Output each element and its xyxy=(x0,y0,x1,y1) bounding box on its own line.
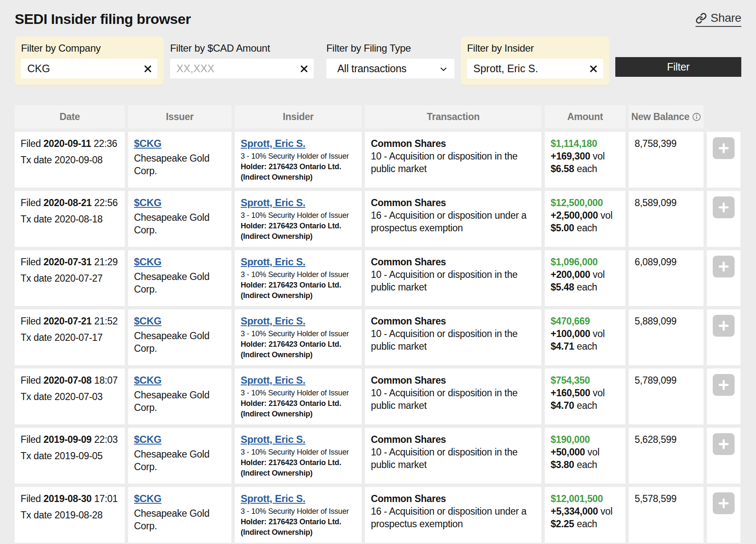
insider-name-link[interactable]: Sprott, Eric S. xyxy=(241,434,305,445)
tx-date-line: Tx date 2020-08-18 xyxy=(21,213,119,225)
tx-date-line: Tx date 2020-07-03 xyxy=(21,390,119,403)
date-cell: Filed 2020-08-21 22:56 Tx date 2020-08-1… xyxy=(15,191,125,247)
table-header-row: Date Issuer Insider Transaction Amount N… xyxy=(15,105,740,128)
clear-amount-filter-button[interactable] xyxy=(297,62,311,76)
issuer-name: Chesapeake Gold Corp. xyxy=(134,330,226,355)
company-filter-input[interactable] xyxy=(21,59,158,78)
amount-total: $470,669 xyxy=(551,315,620,327)
insider-name-link[interactable]: Sprott, Eric S. xyxy=(241,138,305,149)
actions-cell xyxy=(707,250,740,306)
transaction-type: 16 - Acquisition or disposition under a … xyxy=(371,505,536,530)
expand-row-button[interactable] xyxy=(713,315,735,337)
transaction-type: 10 - Acquisition or disposition in the p… xyxy=(371,268,536,293)
transaction-type: 10 - Acquisition or disposition in the p… xyxy=(371,150,536,175)
col-header-amount: Amount xyxy=(545,105,625,128)
insider-holder: Holder: 2176423 Ontario Ltd. xyxy=(241,517,356,527)
amount-volume-line: +100,000 vol xyxy=(551,327,620,340)
expand-row-button[interactable] xyxy=(713,374,735,396)
amount-filter-input[interactable] xyxy=(170,59,314,78)
share-link[interactable]: Share xyxy=(696,11,741,27)
tx-date-line: Tx date 2020-07-27 xyxy=(21,272,119,285)
issuer-ticker-link[interactable]: $CKG xyxy=(134,434,161,445)
issuer-ticker-link[interactable]: $CKG xyxy=(134,138,161,149)
transaction-cell: Common Shares 10 - Acquisition or dispos… xyxy=(365,132,541,188)
insider-role: 3 - 10% Security Holder of Issuer xyxy=(241,329,356,339)
amount-volume-line: +169,300 vol xyxy=(551,150,620,162)
issuer-ticker-link[interactable]: $CKG xyxy=(134,315,161,327)
insider-holder: Holder: 2176423 Ontario Ltd. xyxy=(241,280,356,290)
insider-cell: Sprott, Eric S. 3 - 10% Security Holder … xyxy=(235,487,362,543)
issuer-name: Chesapeake Gold Corp. xyxy=(134,152,226,177)
insider-cell: Sprott, Eric S. 3 - 10% Security Holder … xyxy=(235,191,362,247)
issuer-ticker-link[interactable]: $CKG xyxy=(134,256,161,267)
filter-company-label: Filter by Company xyxy=(21,42,158,54)
insider-name-link[interactable]: Sprott, Eric S. xyxy=(241,493,305,504)
tx-date-line: Tx date 2020-07-17 xyxy=(21,331,119,344)
filed-date-line: Filed 2020-09-11 22:36 xyxy=(21,137,119,150)
clear-insider-filter-button[interactable] xyxy=(586,62,601,76)
insider-ownership: (Indirect Ownership) xyxy=(241,350,356,360)
insider-role: 3 - 10% Security Holder of Issuer xyxy=(241,447,356,457)
issuer-ticker-link[interactable]: $CKG xyxy=(134,374,161,386)
filing-type-select[interactable]: All transactions xyxy=(326,59,454,78)
actions-cell xyxy=(707,132,740,188)
expand-row-button[interactable] xyxy=(713,256,735,277)
issuer-cell: $CKG Chesapeake Gold Corp. xyxy=(128,428,231,484)
issuer-cell: $CKG Chesapeake Gold Corp. xyxy=(128,132,231,188)
security-name: Common Shares xyxy=(371,374,536,387)
col-header-new-balance: New Balance xyxy=(629,105,704,128)
amount-price-line: $6.58 each xyxy=(551,162,620,175)
issuer-ticker-link[interactable]: $CKG xyxy=(134,197,161,208)
issuer-name: Chesapeake Gold Corp. xyxy=(134,270,226,296)
table-row: Filed 2020-07-08 18:07 Tx date 2020-07-0… xyxy=(15,369,740,424)
expand-row-button[interactable] xyxy=(713,492,735,514)
filter-submit-button[interactable]: Filter xyxy=(615,57,741,77)
insider-name-link[interactable]: Sprott, Eric S. xyxy=(241,197,305,208)
table-row: Filed 2019-09-09 22:03 Tx date 2019-09-0… xyxy=(15,428,740,484)
col-header-date: Date xyxy=(15,105,125,128)
insider-cell: Sprott, Eric S. 3 - 10% Security Holder … xyxy=(235,369,362,424)
expand-row-button[interactable] xyxy=(713,433,735,455)
insider-role: 3 - 10% Security Holder of Issuer xyxy=(241,270,356,280)
insider-holder: Holder: 2176423 Ontario Ltd. xyxy=(241,399,356,408)
actions-cell xyxy=(707,428,740,484)
amount-total: $12,001,500 xyxy=(551,492,620,505)
filter-company-input-wrap xyxy=(21,59,158,78)
new-balance-cell: 8,758,399 xyxy=(629,132,704,188)
insider-cell: Sprott, Eric S. 3 - 10% Security Holder … xyxy=(235,428,362,484)
new-balance-cell: 5,628,599 xyxy=(629,428,704,484)
tx-date-line: Tx date 2019-08-28 xyxy=(21,509,119,521)
table-row: Filed 2020-07-31 21:29 Tx date 2020-07-2… xyxy=(15,250,740,306)
transaction-cell: Common Shares 16 - Acquisition or dispos… xyxy=(365,191,541,247)
insider-ownership: (Indirect Ownership) xyxy=(241,528,356,537)
amount-price-line: $4.71 each xyxy=(551,340,620,353)
filing-type-selected-value: All transactions xyxy=(337,63,407,75)
page-title: SEDI Insider filing browser xyxy=(15,11,191,27)
amount-total: $1,096,000 xyxy=(551,256,620,268)
insider-filter-input[interactable] xyxy=(467,59,603,78)
insider-name-link[interactable]: Sprott, Eric S. xyxy=(241,315,305,327)
filter-insider-label: Filter by Insider xyxy=(467,42,603,54)
chevron-down-icon xyxy=(438,64,449,74)
amount-cell: $470,669 +100,000 vol $4.71 each xyxy=(545,309,625,365)
insider-name-link[interactable]: Sprott, Eric S. xyxy=(241,256,305,267)
info-icon[interactable] xyxy=(692,112,701,121)
amount-total: $754,350 xyxy=(551,374,620,387)
date-cell: Filed 2020-07-21 21:52 Tx date 2020-07-1… xyxy=(15,309,125,365)
insider-cell: Sprott, Eric S. 3 - 10% Security Holder … xyxy=(235,132,362,188)
date-cell: Filed 2020-07-08 18:07 Tx date 2020-07-0… xyxy=(15,369,125,424)
expand-row-button[interactable] xyxy=(713,196,735,218)
clear-company-filter-button[interactable] xyxy=(141,62,155,76)
insider-role: 3 - 10% Security Holder of Issuer xyxy=(241,152,356,161)
transaction-type: 10 - Acquisition or disposition in the p… xyxy=(371,327,536,353)
issuer-ticker-link[interactable]: $CKG xyxy=(134,493,161,504)
amount-total: $1,114,180 xyxy=(551,137,620,150)
filings-table-body: Filed 2020-09-11 22:36 Tx date 2020-09-0… xyxy=(15,132,740,543)
new-balance-value: 8,758,399 xyxy=(635,137,698,150)
insider-name-link[interactable]: Sprott, Eric S. xyxy=(241,374,305,386)
new-balance-cell: 5,889,099 xyxy=(629,309,704,365)
transaction-type: 10 - Acquisition or disposition in the p… xyxy=(371,446,536,471)
transaction-cell: Common Shares 10 - Acquisition or dispos… xyxy=(365,250,541,306)
filed-date-line: Filed 2020-08-21 22:56 xyxy=(21,196,119,209)
expand-row-button[interactable] xyxy=(713,137,735,159)
